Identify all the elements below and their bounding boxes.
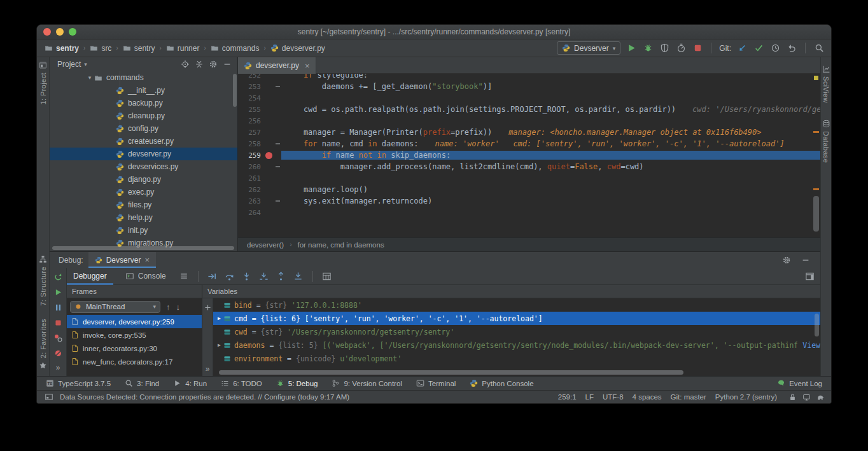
git-update-button[interactable] xyxy=(736,43,748,54)
step-out-button[interactable] xyxy=(276,270,287,282)
breakpoint-icon[interactable] xyxy=(265,152,272,159)
close-tab-icon[interactable]: × xyxy=(305,61,310,71)
code-text[interactable]: manager = Manager(Printer(prefix=prefix)… xyxy=(281,128,820,137)
tool-window-button-6-todo[interactable]: 6: TODO xyxy=(221,379,262,387)
code-line-263[interactable]: 263 sys.exit(manager.returncode) xyxy=(238,195,820,207)
breadcrumb-item-commands[interactable]: commands xyxy=(209,44,261,53)
code-text[interactable]: for name, cmd in daemons:name: 'worker' … xyxy=(281,139,820,148)
stripe-mark[interactable] xyxy=(813,131,819,133)
close-session-icon[interactable]: × xyxy=(144,255,150,265)
project-panel-title[interactable]: Project xyxy=(57,60,81,69)
editor-scrollbar[interactable] xyxy=(812,74,820,237)
code-line-253[interactable]: 253 daemons += [_get_daemon("storybook")… xyxy=(238,81,820,92)
code-text[interactable]: sys.exit(manager.returncode) xyxy=(281,197,820,205)
thread-selector[interactable]: MainThread ▾ xyxy=(70,301,160,313)
tool-window-button-typescript-3-7-5[interactable]: TSTypeScript 3.7.5 xyxy=(46,379,111,387)
project-tree-item-files-py[interactable]: files.py xyxy=(50,198,237,211)
search-everywhere-button[interactable] xyxy=(813,43,825,54)
code-line-256[interactable]: 256 xyxy=(238,115,820,127)
step-into-button[interactable] xyxy=(241,270,253,282)
project-tree-item-init-py[interactable]: init.py xyxy=(50,224,237,237)
fold-gutter[interactable] xyxy=(274,200,281,202)
code-text[interactable]: if name not in skip_daemons: xyxy=(281,151,820,160)
pause-button[interactable] xyxy=(52,303,64,313)
breadcrumb-item-sentry[interactable]: sentry xyxy=(43,44,80,53)
line-number[interactable]: 263 xyxy=(238,197,263,205)
coverage-button[interactable] xyxy=(659,43,670,54)
chevron-down-icon[interactable]: ▾ xyxy=(84,61,87,67)
code-line-257[interactable]: 257 manager = Manager(Printer(prefix=pre… xyxy=(238,127,820,138)
line-number[interactable]: 256 xyxy=(238,117,263,125)
tool-stripe-project[interactable]: 1: Project xyxy=(37,61,49,104)
code-line-258[interactable]: 258 for name, cmd in daemons:name: 'work… xyxy=(238,138,820,149)
variable-row-daemons[interactable]: ▶daemons = {list: 5} [('webpack', ['/Use… xyxy=(213,338,820,352)
run-to-cursor-button[interactable] xyxy=(293,270,304,282)
fold-marker-icon[interactable] xyxy=(276,166,280,167)
line-number[interactable]: 255 xyxy=(238,106,263,114)
tool-stripe-sciview[interactable]: SciView xyxy=(822,65,830,103)
mute-breakpoints-button[interactable] xyxy=(52,348,64,358)
debug-button[interactable] xyxy=(642,43,654,54)
event-log-button[interactable]: Event Log xyxy=(777,379,822,387)
breadcrumb-function[interactable]: devserver() xyxy=(247,241,284,249)
vertical-scrollbar[interactable] xyxy=(233,74,237,107)
memory-indicator-icon[interactable] xyxy=(816,393,825,401)
layout-settings-button[interactable] xyxy=(804,270,815,282)
screen-icon[interactable] xyxy=(802,393,811,401)
status-indentation[interactable]: 4 spaces xyxy=(633,393,662,401)
expand-icon[interactable]: ▶ xyxy=(215,316,223,321)
tool-window-button-4-run[interactable]: 4: Run xyxy=(173,379,207,387)
tool-stripe-structure[interactable]: 7: Structure xyxy=(39,255,47,306)
tool-window-button-terminal[interactable]: Terminal xyxy=(416,379,456,387)
variable-row-cmd[interactable]: ▶cmd = {list: 6} ['sentry', 'run', 'work… xyxy=(213,312,820,325)
code-line-262[interactable]: 262 manager.loop() xyxy=(238,184,820,195)
project-tree-item-devserver-py[interactable]: devserver.py xyxy=(50,148,237,160)
tab-debugger[interactable]: Debugger xyxy=(67,268,113,285)
project-tree-item-devservices-py[interactable]: devservices.py xyxy=(50,160,237,173)
project-settings-button[interactable] xyxy=(207,59,218,70)
status-cursor-position[interactable]: 259:1 xyxy=(558,393,577,401)
code-line-261[interactable]: 261 xyxy=(238,172,820,184)
view-breakpoints-button[interactable] xyxy=(52,333,64,343)
code-line-254[interactable]: 254 xyxy=(238,92,820,104)
vertical-scrollbar[interactable] xyxy=(815,314,819,337)
expand-icon[interactable]: ▶ xyxy=(215,342,223,348)
line-number[interactable]: 253 xyxy=(238,83,263,91)
horizontal-scrollbar[interactable] xyxy=(52,246,234,250)
stack-frame-new_func[interactable]: new_func, decorators.py:17 xyxy=(67,355,202,368)
close-window-button[interactable] xyxy=(43,28,51,36)
project-tree-item-django-py[interactable]: django.py xyxy=(50,173,237,186)
code-line-255[interactable]: 255 cwd = os.path.realpath(os.path.join(… xyxy=(238,104,820,115)
status-line-separator[interactable]: LF xyxy=(585,393,594,401)
status-git-branch[interactable]: Git: master xyxy=(671,393,706,401)
tool-window-switcher-icon[interactable] xyxy=(43,391,55,403)
editor-tab-devserver[interactable]: devserver.py × xyxy=(238,57,316,74)
git-rollback-button[interactable] xyxy=(786,43,797,54)
git-commit-button[interactable] xyxy=(753,43,764,54)
tab-console[interactable]: Console xyxy=(119,268,172,285)
git-history-button[interactable] xyxy=(769,43,781,54)
breadcrumb-statement[interactable]: for name, cmd in daemons xyxy=(298,241,384,249)
minimize-window-button[interactable] xyxy=(56,28,64,36)
titlebar[interactable]: sentry [~/getsentry/sentry] - .../src/se… xyxy=(37,25,831,39)
expand-toggle-icon[interactable]: ▾ xyxy=(85,74,94,81)
code-text[interactable]: manager.add_process(name, list2cmdline(c… xyxy=(281,162,820,171)
fold-gutter[interactable] xyxy=(274,143,281,144)
code-text[interactable]: if styleguide: xyxy=(281,74,820,80)
breadcrumb-item-sentry[interactable]: sentry xyxy=(122,44,157,53)
warning-stripe-mark[interactable] xyxy=(814,76,818,80)
fold-marker-icon[interactable] xyxy=(276,200,280,202)
project-tree-item-backup-py[interactable]: backup.py xyxy=(50,97,237,109)
profiler-button[interactable] xyxy=(675,43,687,54)
status-message[interactable]: Data Sources Detected: Connection proper… xyxy=(60,393,349,401)
project-tree-item-createuser-py[interactable]: createuser.py xyxy=(50,135,237,148)
run-button[interactable] xyxy=(626,43,637,54)
status-python-interpreter[interactable]: Python 2.7 (sentry) xyxy=(715,393,777,401)
code-line-260[interactable]: 260 manager.add_process(name, list2cmdli… xyxy=(238,161,820,172)
project-tree-item-help-py[interactable]: help.py xyxy=(50,211,237,224)
tool-window-button-5-debug[interactable]: 5: Debug xyxy=(276,379,318,387)
breadcrumb-item-src[interactable]: src xyxy=(88,44,113,53)
project-tree-item-cleanup-py[interactable]: cleanup.py xyxy=(50,109,237,122)
stack-frame-devserver[interactable]: devserver, devserver.py:259 xyxy=(67,315,202,328)
next-frame-button[interactable]: ↓ xyxy=(176,302,181,312)
